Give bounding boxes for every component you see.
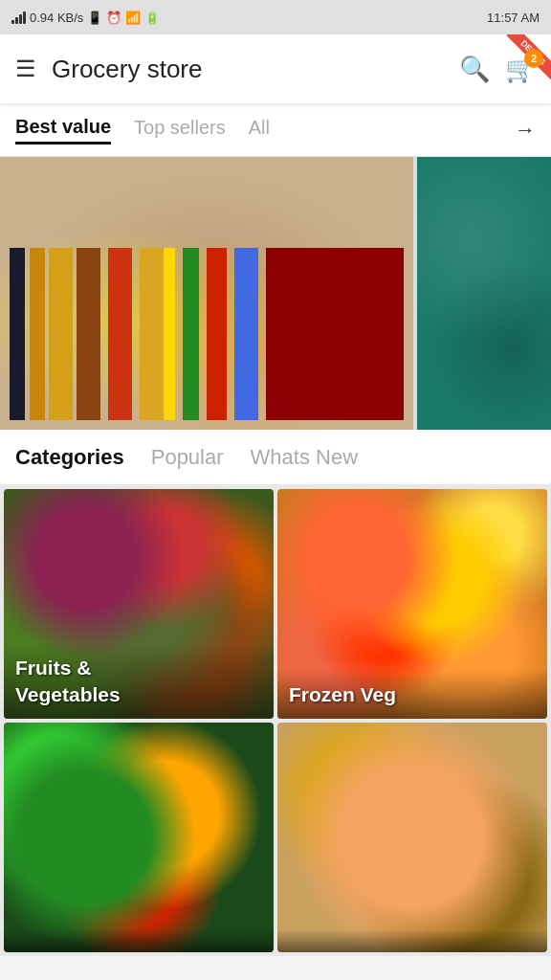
phone-icon: 📱 <box>87 11 102 25</box>
status-bar-right: 11:57 AM <box>487 11 540 25</box>
category-overlay: Fruits &Vegetables <box>4 643 274 719</box>
category-card-drinks[interactable] <box>4 723 274 952</box>
hamburger-menu-icon[interactable]: ☰ <box>15 57 36 80</box>
search-icon[interactable]: 🔍 <box>459 55 490 84</box>
alarm-icon: ⏰ <box>106 11 121 25</box>
category-card-grains[interactable] <box>277 723 547 952</box>
category-overlay-drinks <box>4 929 274 952</box>
banner-side-image <box>417 157 551 430</box>
category-card-fruits-veg[interactable]: Fruits &Vegetables <box>4 489 274 719</box>
section-tabs-row: Categories Popular Whats New <box>0 430 551 485</box>
time-display: 11:57 AM <box>487 11 540 25</box>
banner-main-image <box>0 157 413 430</box>
tab-whats-new[interactable]: Whats New <box>251 445 358 470</box>
grocery-display <box>0 157 413 430</box>
category-card-frozen-veg[interactable]: Frozen Veg <box>277 489 547 719</box>
drinks-image <box>4 723 274 952</box>
cart-container[interactable]: 🛒 2 <box>505 55 536 84</box>
category-grid: Fruits &Vegetables Frozen Veg <box>0 485 551 956</box>
tab-all[interactable]: All <box>249 117 270 143</box>
value-tabs-row: Best value Top sellers All → <box>0 103 551 157</box>
cart-badge: 2 <box>524 49 543 68</box>
signal-icon <box>11 11 26 24</box>
banner-section <box>0 157 551 430</box>
app-header: ☰ Grocery store 🔍 🛒 2 <box>0 34 551 103</box>
battery-icon: 🔋 <box>144 11 160 25</box>
network-speed: 0.94 KB/s <box>30 11 83 25</box>
category-label-fruits-veg: Fruits &Vegetables <box>15 655 262 707</box>
banner-side-content <box>417 157 551 430</box>
tab-top-sellers[interactable]: Top sellers <box>134 117 226 143</box>
category-label-frozen-veg: Frozen Veg <box>289 681 536 707</box>
tab-categories[interactable]: Categories <box>15 445 124 470</box>
wifi-icon: 📶 <box>125 11 141 25</box>
status-bar-left: 0.94 KB/s 📱 ⏰ 📶 🔋 <box>11 11 160 25</box>
grains-image <box>277 723 547 952</box>
category-overlay-frozen: Frozen Veg <box>277 670 547 719</box>
status-bar: 0.94 KB/s 📱 ⏰ 📶 🔋 11:57 AM <box>0 0 551 34</box>
category-overlay-grains <box>277 929 547 952</box>
tab-best-value[interactable]: Best value <box>15 116 111 145</box>
tabs-arrow-icon[interactable]: → <box>515 118 536 143</box>
page-title: Grocery store <box>52 55 459 84</box>
tab-popular[interactable]: Popular <box>151 445 224 470</box>
